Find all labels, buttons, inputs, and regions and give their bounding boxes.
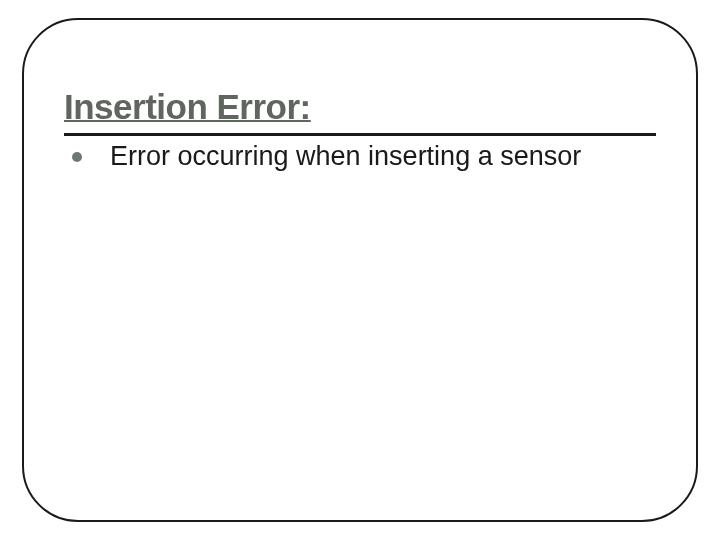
bullet-text: Error occurring when inserting a sensor [110,140,581,173]
slide-title: Insertion Error: [64,88,656,127]
bullet-item: Error occurring when inserting a sensor [64,140,656,173]
slide-frame: Insertion Error: Error occurring when in… [22,18,698,522]
bullet-icon [72,152,82,162]
slide-content: Insertion Error: Error occurring when in… [24,20,696,212]
title-divider [64,133,656,136]
